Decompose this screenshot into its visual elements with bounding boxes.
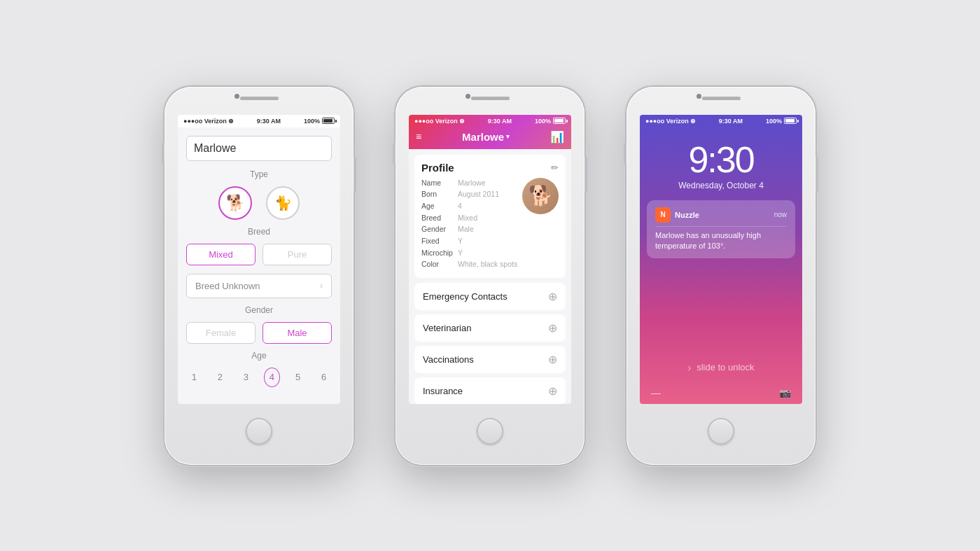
status-left-2: ●●●oo Verizon ⊛ <box>414 118 465 125</box>
age-5[interactable]: 5 <box>290 368 306 387</box>
add-insurance-icon[interactable]: ⊕ <box>548 384 557 398</box>
name-input[interactable]: Marlowe <box>194 142 324 155</box>
pet-avatar-image: 🐕 <box>528 184 553 207</box>
lock-date: Wednesday, October 4 <box>640 181 802 190</box>
phone3-bottom <box>708 404 734 465</box>
age-6[interactable]: 6 <box>316 368 332 387</box>
phone1-top <box>164 87 354 115</box>
insurance-title: Insurance <box>423 386 463 396</box>
age-2[interactable]: 2 <box>212 368 228 387</box>
field-val-name: Marlowe <box>458 178 486 188</box>
profile-fields: Name Marlowe Born August 2011 Age 4 <box>421 178 522 272</box>
type-dog-button[interactable]: 🐕 <box>218 186 252 220</box>
status-right-3: 100% <box>766 118 797 125</box>
status-left-3: ●●●oo Verizon ⊛ <box>645 118 696 125</box>
name-input-container[interactable]: Marlowe <box>186 136 332 161</box>
home-button-1[interactable] <box>246 418 272 445</box>
home-button-3[interactable] <box>708 418 734 445</box>
age-3[interactable]: 3 <box>238 368 254 387</box>
status-right-2: 100% <box>535 118 566 125</box>
lock-time: 9:30 <box>640 141 802 178</box>
profile-field-name: Name Marlowe <box>421 178 522 188</box>
profile-field-gender: Gender Male <box>421 224 522 235</box>
slide-to-unlock[interactable]: › slide to unlock <box>640 362 802 373</box>
breed-pure-button[interactable]: Pure <box>262 244 332 265</box>
wifi-icon-2: ⊛ <box>459 118 465 125</box>
field-val-breed: Mixed <box>458 213 477 223</box>
field-key-color: Color <box>421 259 455 270</box>
type-row: 🐕 🐈 <box>178 186 340 220</box>
add-vaccination-icon[interactable]: ⊕ <box>548 353 557 366</box>
status-right-1: 100% <box>304 118 335 125</box>
type-cat-button[interactable]: 🐈 <box>266 186 300 220</box>
status-left-1: ●●●oo Verizon ⊛ <box>183 118 234 125</box>
nuzzle-app-icon: N <box>655 207 671 223</box>
age-label: Age <box>178 351 340 361</box>
carrier-3: ●●●oo Verizon <box>645 118 689 125</box>
status-bar-2: ●●●oo Verizon ⊛ 9:30 AM 100% <box>409 115 571 127</box>
vaccinations-title: Vaccinations <box>423 354 474 365</box>
veterinarian-title: Veterinarian <box>423 323 471 333</box>
field-key-born: Born <box>421 189 455 200</box>
battery-icon-2 <box>553 118 566 124</box>
breed-unknown-text: Breed Unknown <box>195 281 260 291</box>
battery-icon-1 <box>322 118 335 124</box>
carrier-2: ●●●oo Verizon <box>414 118 458 125</box>
field-val-fixed: Y <box>458 236 463 246</box>
battery-fill-2 <box>554 119 564 123</box>
profile-section: Profile ✏ Name Marlowe Born August 2011 <box>414 155 566 279</box>
notification-card: N Nuzzle now Marlowe has an unusually hi… <box>647 200 795 259</box>
field-val-color: White, black spots <box>458 259 517 270</box>
hamburger-menu-icon[interactable]: ≡ <box>416 131 421 142</box>
carrier-1: ●●●oo Verizon <box>183 118 227 125</box>
profile-field-breed: Breed Mixed <box>421 213 522 223</box>
age-4[interactable]: 4 <box>264 368 280 387</box>
phone1-bottom <box>246 404 272 465</box>
edit-icon[interactable]: ✏ <box>551 162 559 173</box>
time-2: 9:30 AM <box>488 118 512 125</box>
field-key-microchip: Microchip <box>421 248 455 258</box>
phone2-camera <box>465 94 470 99</box>
emergency-contacts-section[interactable]: Emergency Contacts ⊕ <box>414 283 566 310</box>
battery-pct-1: 100% <box>304 118 320 125</box>
vaccinations-section[interactable]: Vaccinations ⊕ <box>414 346 566 373</box>
insurance-section[interactable]: Insurance ⊕ <box>414 377 566 404</box>
field-key-age: Age <box>421 201 455 211</box>
phone3-speaker <box>702 97 741 100</box>
add-veterinarian-icon[interactable]: ⊕ <box>548 321 557 335</box>
time-1: 9:30 AM <box>257 118 281 125</box>
nav-pet-name: Marlowe <box>462 131 504 143</box>
home-button-2[interactable] <box>477 418 503 445</box>
camera-icon[interactable]: 📷 <box>779 387 791 398</box>
breed-unknown-row[interactable]: Breed Unknown › <box>186 274 332 298</box>
field-key-breed: Breed <box>421 213 455 223</box>
emergency-contacts-title: Emergency Contacts <box>423 291 507 302</box>
gender-male-button[interactable]: Male <box>262 322 332 344</box>
profile-header: Profile ✏ <box>421 162 559 174</box>
notification-time: now <box>774 211 787 218</box>
gender-female-button[interactable]: Female <box>186 322 255 344</box>
chart-icon[interactable]: 📊 <box>550 130 564 144</box>
profile-section-title: Profile <box>421 162 454 174</box>
age-row: 1 2 3 4 5 6 <box>186 368 332 387</box>
dog-icon: 🐕 <box>226 194 245 212</box>
breed-row: Mixed Pure <box>186 244 332 265</box>
breed-mixed-button[interactable]: Mixed <box>186 244 255 265</box>
nav-title: Marlowe ▾ <box>462 131 510 143</box>
phone3-screen: ●●●oo Verizon ⊛ 9:30 AM 100% 9:30 Wednes… <box>640 115 802 404</box>
gender-row: Female Male <box>186 322 332 344</box>
veterinarian-section[interactable]: Veterinarian ⊕ <box>414 314 566 342</box>
wifi-icon-1: ⊛ <box>228 118 234 125</box>
age-1[interactable]: 1 <box>186 368 202 387</box>
phone1-screen: ●●●oo Verizon ⊛ 9:30 AM 100% Marlowe <box>178 115 340 404</box>
battery-fill-3 <box>785 119 794 123</box>
profile-field-color: Color White, black spots <box>421 259 522 270</box>
profile-field-born: Born August 2011 <box>421 189 522 200</box>
status-bar-1: ●●●oo Verizon ⊛ 9:30 AM 100% <box>178 115 340 127</box>
add-emergency-contact-icon[interactable]: ⊕ <box>548 290 557 303</box>
battery-fill-1 <box>323 119 332 123</box>
breed-label: Breed <box>178 227 340 237</box>
profile-content: Name Marlowe Born August 2011 Age 4 <box>421 178 559 272</box>
phone3-shell: ●●●oo Verizon ⊛ 9:30 AM 100% 9:30 Wednes… <box>626 87 816 465</box>
battery-pct-3: 100% <box>766 118 782 125</box>
